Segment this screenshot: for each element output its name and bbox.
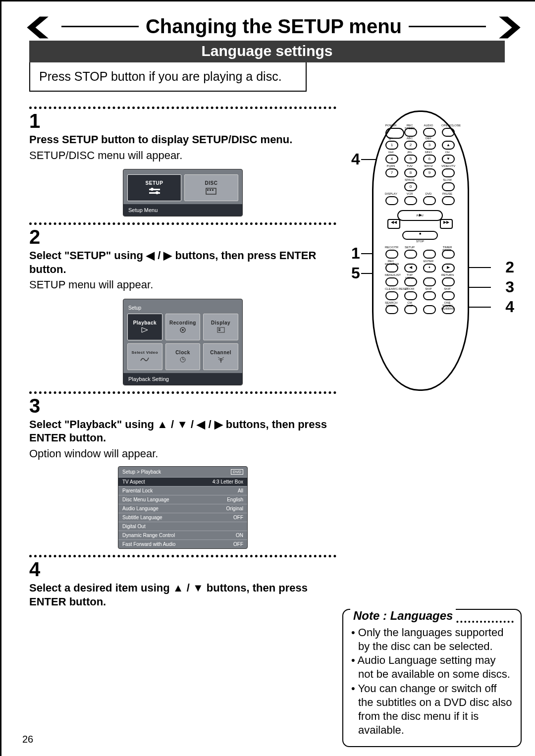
divider-dotted — [29, 391, 336, 394]
svg-line-18 — [218, 357, 221, 359]
manual-page: ❮ Changing the SETUP menu ❯ Language set… — [0, 0, 535, 756]
callout-5-left: 5 — [351, 264, 360, 282]
remote-button — [385, 250, 398, 259]
callout-line — [467, 267, 491, 268]
screen-option-display: Display — [203, 314, 238, 340]
remote-stop-button: ■ — [402, 231, 438, 240]
remote-button — [442, 196, 455, 205]
remote-button — [404, 250, 417, 259]
remote-label: MENU/LIST — [385, 273, 397, 276]
screen-option-recording: Recording — [165, 314, 201, 340]
remote-button — [385, 264, 398, 272]
remote-button: 5 — [404, 155, 417, 163]
screen-option-clock: Clock — [165, 343, 201, 370]
remote-button: 9 — [423, 168, 436, 177]
step2-heading: Select "SETUP" using ◀ / ▶ buttons, then… — [29, 249, 336, 276]
remote-button: 2 — [404, 141, 417, 150]
screen-statusbar: Playback Setting — [123, 373, 242, 385]
remote-label: MNO — [423, 151, 434, 154]
display-icon — [216, 326, 226, 333]
remote-button — [423, 305, 436, 314]
svg-point-2 — [151, 188, 154, 191]
remote-button: • — [423, 264, 436, 272]
page-title: Changing the SETUP menu — [146, 15, 402, 38]
screen-option-selvideo: Select Video — [127, 343, 162, 370]
title-bracket-right: ❯ — [493, 19, 526, 31]
play-triangle-icon — [140, 326, 150, 333]
divider-dotted — [29, 107, 336, 109]
remote-button — [404, 305, 417, 314]
callout-line — [467, 287, 491, 288]
remote-label: GHI — [385, 151, 397, 154]
remote-button — [385, 277, 398, 286]
remote-button: 3 — [423, 141, 436, 150]
remote-label: SETUP — [404, 246, 416, 249]
remote-button — [442, 291, 455, 300]
remote-label: SKIP — [441, 287, 453, 290]
remote-label: ZOOM — [404, 287, 416, 290]
remote-nav-cluster: ▶PLAY◀◀▶▶■STOP — [387, 210, 453, 243]
option-row: TV Aspect4:3 Letter Box — [118, 477, 247, 486]
remote-button — [423, 277, 436, 286]
remote-label: ABC — [404, 137, 416, 140]
svg-point-10 — [182, 329, 184, 331]
svg-rect-12 — [218, 328, 220, 329]
page-number: 26 — [22, 734, 33, 745]
remote-label: CLEAR/C.RESET — [385, 287, 397, 290]
option-row: Digital Out — [118, 522, 247, 531]
remote-button — [385, 196, 398, 205]
clock-icon — [178, 356, 188, 363]
antenna-icon — [216, 356, 226, 363]
remote-rewind-button: ◀◀ — [387, 219, 400, 229]
svg-marker-8 — [142, 327, 148, 332]
screen-playback-options: Setup > Playback DVD TV Aspect4:3 Letter… — [118, 466, 248, 549]
remote-label: VIDEO/TV — [441, 164, 453, 167]
remote-button — [385, 291, 398, 300]
remote-button — [442, 182, 455, 191]
callout-line — [467, 307, 491, 308]
svg-rect-13 — [218, 330, 220, 331]
screen-option-playback: Playback — [127, 314, 162, 340]
film-icon — [205, 187, 218, 196]
step-number: 4 — [29, 559, 336, 579]
title-rule-right — [409, 26, 486, 27]
screen-setup-disc: SETUP DISC Setup Menu — [123, 169, 243, 216]
remote-ffwd-button: ▶▶ — [440, 219, 453, 229]
option-row: Dynamic Range ControlON — [118, 531, 247, 540]
remote-button — [442, 305, 455, 314]
callout-2-right: 2 — [505, 258, 514, 276]
callout-4-right: 4 — [505, 298, 514, 316]
remote-label: SPACE — [404, 178, 416, 181]
remote-label: ENTER — [423, 260, 434, 263]
step3-body: Option window will appear. — [29, 447, 336, 461]
step2-body: SETUP menu will appear. — [29, 278, 336, 292]
remote-button — [423, 128, 436, 137]
options-header: Setup > Playback DVD — [118, 467, 247, 477]
note-list: Only the languages supported by the disc… — [350, 626, 514, 737]
intro-instruction: Press STOP button if you are playing a d… — [29, 62, 307, 92]
remote-button: 0 — [404, 182, 417, 191]
remote-button — [404, 196, 417, 205]
remote-button: 8 — [404, 168, 417, 177]
svg-line-19 — [221, 357, 224, 359]
option-row: Disc Menu LanguageEnglish — [118, 495, 247, 504]
callout-1-left: 1 — [351, 244, 360, 263]
remote-diagram: 4 1 5 2 3 4 POWERREC SPEEDAUDIOOPEN/CLOS… — [347, 110, 526, 391]
note-item: Only the languages supported by the disc… — [358, 626, 514, 653]
right-column: 4 1 5 2 3 4 POWERREC SPEEDAUDIOOPEN/CLOS… — [347, 101, 526, 747]
remote-button: 6 — [423, 155, 436, 163]
remote-label: DISPLAY — [385, 192, 397, 195]
option-row: Subtitle LanguageOFF — [118, 513, 247, 522]
remote-button — [423, 196, 436, 205]
callout-4-left: 4 — [351, 150, 360, 168]
step-number: 2 — [29, 227, 336, 247]
remote-button — [404, 277, 417, 286]
remote-button — [442, 277, 455, 286]
remote-label: SKIP — [423, 287, 434, 290]
remote-button: ▼ — [442, 155, 455, 163]
svg-rect-6 — [210, 189, 211, 191]
remote-label: AUDIO — [423, 124, 434, 127]
note-item: You can change or switch off the subtitl… — [358, 682, 514, 738]
remote-label: TUV — [404, 164, 416, 167]
note-title: Note : Languages — [350, 609, 456, 623]
